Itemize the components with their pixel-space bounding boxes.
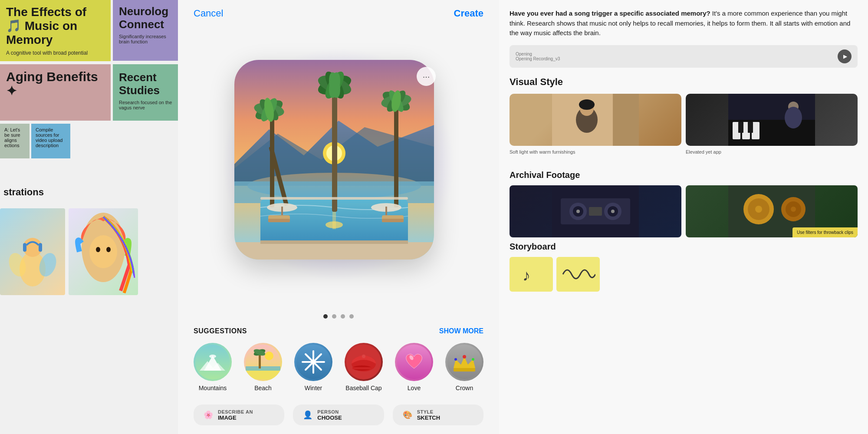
person-choose-icon: 👤 [302,409,314,421]
svg-point-62 [265,352,273,360]
archival-note: Use filters for throwback clips [792,227,858,237]
person-text: PERSON CHOOSE [317,409,342,421]
suggestion-crown[interactable]: Crown [445,343,483,391]
svg-rect-47 [268,219,290,222]
suggestions-header: SUGGESTIONS SHOW MORE [194,327,483,335]
svg-point-73 [362,355,365,358]
svg-point-86 [579,99,595,110]
svg-rect-20 [234,242,434,260]
svg-rect-92 [738,122,743,133]
card-neurology[interactable]: Neurolog Connect Significantly increases… [113,0,178,61]
svg-point-9 [106,247,111,252]
action-row: 🌸 DESCRIBE AN IMAGE 👤 PERSON CHOOSE 🎨 ST… [178,400,499,434]
vs-label-2: Elevated yet app [686,149,858,155]
action-person-choose[interactable]: 👤 PERSON CHOOSE [293,404,384,425]
card-recent-studies-title: Recent Studies [119,71,174,97]
svg-rect-2 [23,243,26,252]
svg-point-100 [576,210,580,213]
card-music-memory-subtitle: A cognitive tool with broad potential [6,50,105,56]
storyboard-card-2[interactable] [556,257,600,292]
cancel-button[interactable]: Cancel [194,8,223,19]
card-aging-title: Aging Benefits ✦ [6,69,105,98]
suggestions-section: SUGGESTIONS SHOW MORE [178,327,499,400]
describe-sublabel: IMAGE [218,414,253,421]
storyboard-grid: ♪ [510,257,858,292]
small-card-gray[interactable]: A: Let's be sure aligns ections [0,124,30,158]
svg-rect-59 [259,353,261,368]
svg-rect-21 [260,240,408,244]
vs-card-interview[interactable] [510,94,681,146]
more-dots-icon: ··· [423,72,430,82]
svg-rect-112 [514,261,549,287]
svg-point-108 [755,206,762,213]
card-aging[interactable]: Aging Benefits ✦ [0,64,111,121]
card-music-memory-title: The Effects of 🎵 Music on Memory [6,5,105,47]
mountains-label: Mountains [199,385,227,391]
action-style-sketch[interactable]: 🎨 STYLE SKETCH [393,404,483,425]
card-recent-studies[interactable]: Recent Studies Research focused on the v… [113,64,178,121]
suggestion-love[interactable]: Love [395,343,433,391]
card-recent-studies-subtitle: Research focused on the vagus nerve [119,100,174,110]
suggestion-beach[interactable]: Beach [244,343,282,391]
dot-2[interactable] [332,314,336,319]
style-sketch-icon: 🎨 [401,409,414,421]
show-more-button[interactable]: SHOW MORE [439,327,483,335]
svg-rect-104 [589,207,602,216]
archival-card-1[interactable] [510,185,681,237]
dot-3[interactable] [341,314,345,319]
more-options-button[interactable]: ··· [417,67,436,86]
suggestions-grid: Mountains [194,343,483,391]
suggestion-baseball-cap[interactable]: Baseball Cap [345,343,383,391]
winter-icon [294,343,332,381]
suggestion-winter[interactable]: Winter [294,343,332,391]
vs-label-1: Soft light with warm furnishings [510,149,681,155]
style-label: STYLE [417,409,440,414]
svg-text:♪: ♪ [523,266,530,284]
small-card-blue-text: Compile sources for video upload descrip… [36,127,62,148]
visual-style-title: Visual Style [510,76,858,88]
suggestion-mountains[interactable]: Mountains [194,343,232,391]
svg-rect-3 [39,243,42,252]
recording-info: Opening Opening Recording_v3 [516,52,833,61]
archival-card-2[interactable]: Use filters for throwback clips [686,185,858,237]
svg-point-103 [611,210,615,213]
vs-card-piano[interactable] [686,94,858,146]
image-glow: ··· [234,60,443,268]
svg-point-68 [311,360,316,364]
left-panel: The Effects of 🎵 Music on Memory A cogni… [0,0,178,434]
svg-point-95 [785,107,802,128]
baseball-cap-icon [345,343,383,381]
svg-rect-49 [382,219,404,222]
svg-rect-35 [332,86,337,212]
love-label: Love [408,385,421,391]
suggestions-label: SUGGESTIONS [194,327,247,335]
svg-rect-19 [332,212,336,229]
baseball-cap-label: Baseball Cap [345,385,381,391]
create-button[interactable]: Create [454,8,483,19]
svg-point-80 [472,358,474,361]
svg-rect-114 [561,261,595,287]
play-button[interactable] [838,49,852,63]
dot-4[interactable] [349,314,354,319]
small-card-blue[interactable]: Compile sources for video upload descrip… [31,124,70,158]
svg-rect-77 [454,368,475,372]
image-container: ··· [178,27,499,310]
podcast-text-bold: Have you ever had a song trigger a speci… [510,10,712,17]
visual-style-grid [510,94,858,146]
svg-rect-58 [246,366,280,371]
storyboard-title: Storyboard [510,242,858,252]
storyboard-card-1[interactable]: ♪ [510,257,553,292]
mountains-icon [194,343,232,381]
svg-point-8 [96,247,100,252]
action-describe-image[interactable]: 🌸 DESCRIBE AN IMAGE [194,404,284,425]
svg-point-111 [791,207,796,212]
card-neurology-title: Neurolog Connect [119,5,174,31]
beach-icon [244,343,282,381]
main-image [234,60,434,260]
dot-1[interactable] [323,314,328,319]
style-sublabel: SKETCH [417,414,440,421]
woman-illustration [69,208,138,295]
card-music-memory[interactable]: The Effects of 🎵 Music on Memory A cogni… [0,0,111,61]
style-text: STYLE SKETCH [417,409,440,421]
svg-point-79 [454,358,457,361]
